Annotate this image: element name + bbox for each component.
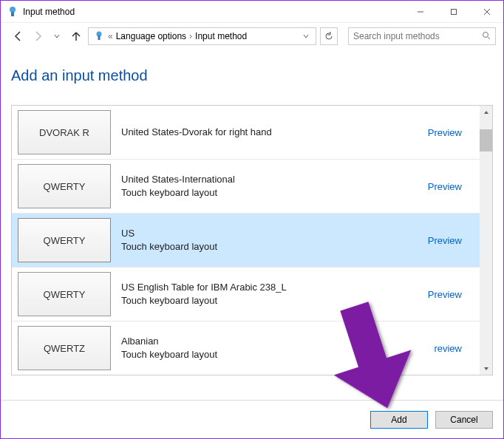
search-input[interactable] <box>353 31 482 41</box>
keyboard-layout-badge: QWERTY <box>18 218 111 262</box>
scroll-thumb[interactable] <box>480 129 492 152</box>
address-dropdown[interactable] <box>301 31 311 41</box>
maximize-button[interactable] <box>437 1 470 23</box>
content-area: Add an input method DVORAK RUnited State… <box>1 50 503 375</box>
svg-rect-1 <box>11 12 14 16</box>
list-item[interactable]: QWERTYUS English Table for IBM Arabic 23… <box>12 268 480 321</box>
minimize-button[interactable] <box>403 1 437 23</box>
page-title: Add an input method <box>11 67 493 84</box>
list-item[interactable]: QWERTYUnited States-InternationalTouch k… <box>12 160 480 214</box>
back-button[interactable] <box>11 29 26 44</box>
list-item[interactable]: DVORAK RUnited States-Dvorak for right h… <box>12 106 480 160</box>
input-method-list: DVORAK RUnited States-Dvorak for right h… <box>11 105 493 375</box>
breadcrumb-item[interactable]: Input method <box>195 31 247 41</box>
svg-point-8 <box>483 33 488 38</box>
svg-line-9 <box>488 37 490 39</box>
svg-rect-3 <box>451 9 456 14</box>
up-button[interactable] <box>69 29 84 44</box>
app-icon <box>7 6 18 18</box>
breadcrumb-item[interactable]: Language options <box>116 31 186 41</box>
item-label: USTouch keyboard layout <box>117 227 428 253</box>
keyboard-layout-badge: DVORAK R <box>18 110 111 154</box>
location-icon <box>93 30 105 42</box>
item-label: US English Table for IBM Arabic 238_LTou… <box>117 281 428 307</box>
preview-link[interactable]: Preview <box>428 127 462 138</box>
search-box[interactable] <box>348 27 496 45</box>
svg-rect-7 <box>98 35 101 40</box>
history-dropdown[interactable] <box>50 29 64 44</box>
overflow-chevron: « <box>108 31 113 41</box>
add-button[interactable]: Add <box>370 411 428 429</box>
scroll-down-button[interactable] <box>480 362 492 375</box>
window-title: Input method <box>23 7 403 17</box>
preview-link[interactable]: Preview <box>428 181 462 192</box>
list-item[interactable]: QWERTYUSTouch keyboard layoutPreview <box>12 214 480 268</box>
preview-link[interactable]: Preview <box>428 289 462 300</box>
chevron-right-icon: › <box>189 31 192 41</box>
keyboard-layout-badge: QWERTY <box>18 272 111 316</box>
item-label: United States-Dvorak for right hand <box>117 126 428 139</box>
keyboard-layout-badge: QWERTY <box>18 164 111 208</box>
preview-link[interactable]: review <box>434 343 462 354</box>
dialog-footer: Add Cancel <box>1 400 503 438</box>
item-label: AlbanianTouch keyboard layout <box>117 335 434 361</box>
refresh-button[interactable] <box>320 27 338 45</box>
svg-point-0 <box>10 7 16 13</box>
forward-button[interactable] <box>30 29 45 44</box>
titlebar: Input method <box>1 1 503 23</box>
address-bar[interactable]: « Language options › Input method <box>88 27 316 45</box>
preview-link[interactable]: Preview <box>428 235 462 246</box>
navbar: « Language options › Input method <box>1 23 503 50</box>
window-controls <box>403 1 503 23</box>
scrollbar[interactable] <box>480 106 492 375</box>
cancel-button[interactable]: Cancel <box>435 411 493 429</box>
list-item[interactable]: QWERTZAlbanianTouch keyboard layoutrevie… <box>12 321 480 375</box>
item-label: United States-InternationalTouch keyboar… <box>117 173 428 199</box>
search-icon <box>482 30 491 43</box>
keyboard-layout-badge: QWERTZ <box>18 326 111 370</box>
scroll-up-button[interactable] <box>480 106 492 118</box>
close-button[interactable] <box>470 1 503 23</box>
